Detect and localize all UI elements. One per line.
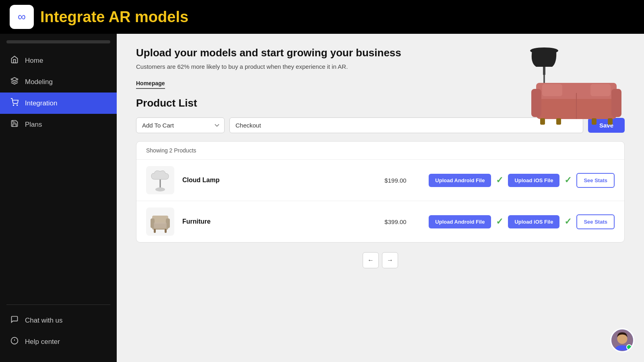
sidebar-label-help: Help center [25, 338, 60, 346]
upload-android-btn-1[interactable]: Upload Android File [429, 174, 491, 187]
upload-ios-btn-2[interactable]: Upload iOS File [508, 215, 559, 228]
pagination: ← → [136, 252, 625, 268]
svg-rect-8 [531, 89, 541, 117]
table-row: Furniture $399.00 Upload Android File ✓ … [136, 201, 624, 242]
svg-rect-9 [611, 89, 621, 117]
modeling-icon [10, 77, 19, 87]
svg-rect-24 [165, 229, 167, 233]
hero-section: Upload your models and start growing you… [136, 47, 625, 70]
product-thumb-1 [146, 166, 174, 194]
plans-icon [10, 119, 19, 130]
chat-avatar[interactable] [610, 328, 634, 352]
sidebar-top-bar [6, 40, 110, 43]
svg-point-0 [13, 105, 14, 106]
product-name-2: Furniture [182, 218, 376, 225]
main-content: Upload your models and start growing you… [117, 34, 644, 362]
cloud-lamp-image [149, 167, 171, 193]
products-header: Showing 2 Products [136, 142, 624, 160]
sidebar-label-chat: Chat with us [25, 317, 63, 325]
sidebar-nav: Home Modeling Integration Plans [0, 50, 117, 300]
android-check-1: ✓ [496, 175, 503, 185]
products-table: Showing 2 Products Cloud Lamp $199.00 [136, 141, 625, 243]
svg-point-18 [155, 187, 165, 191]
sidebar-item-plans[interactable]: Plans [0, 114, 117, 135]
see-stats-btn-2[interactable]: See Stats [576, 214, 615, 229]
next-icon: → [387, 257, 393, 264]
sidebar-item-chat[interactable]: Chat with us [0, 310, 117, 331]
title-highlight: AR models [109, 8, 188, 25]
svg-rect-15 [592, 118, 597, 125]
sidebar-label-plans: Plans [25, 121, 42, 129]
home-icon [10, 56, 19, 66]
sidebar-label-integration: Integration [25, 99, 57, 107]
sidebar-bottom: Chat with us Help center [0, 310, 117, 359]
product-actions-1: Upload Android File ✓ Upload iOS File ✓ … [429, 173, 615, 188]
logo-icon: ∞ [18, 10, 26, 23]
showing-count: Showing 2 Products [146, 147, 196, 154]
sidebar-item-integration[interactable]: Integration [0, 93, 117, 114]
svg-rect-23 [154, 229, 156, 233]
integration-icon [10, 98, 19, 108]
next-page-button[interactable]: → [382, 252, 398, 268]
svg-rect-25 [154, 222, 167, 228]
sofa-illustration [528, 71, 625, 127]
see-stats-btn-1[interactable]: See Stats [576, 173, 615, 188]
product-actions-2: Upload Android File ✓ Upload iOS File ✓ … [429, 214, 615, 229]
logo: ∞ [10, 5, 34, 29]
upload-ios-btn-1[interactable]: Upload iOS File [508, 174, 559, 187]
furniture-image [148, 210, 172, 234]
top-header: ∞ Integrate AR models [0, 0, 644, 34]
action-dropdown[interactable]: Add To Cart Buy Now Wishlist [136, 117, 225, 133]
android-check-2: ✓ [496, 216, 503, 227]
content-inner: Upload your models and start growing you… [117, 34, 644, 284]
prev-page-button[interactable]: ← [363, 252, 379, 268]
product-price-1: $199.00 [384, 177, 421, 184]
svg-rect-14 [556, 118, 561, 125]
sidebar-label-home: Home [25, 57, 43, 65]
upload-android-btn-2[interactable]: Upload Android File [429, 215, 491, 228]
sidebar-item-home[interactable]: Home [0, 50, 117, 71]
ios-check-1: ✓ [564, 175, 572, 185]
main-layout: Home Modeling Integration Plans [0, 34, 644, 362]
page-title: Integrate AR models [40, 8, 188, 26]
svg-rect-11 [542, 84, 562, 96]
title-prefix: Integrate [40, 8, 109, 25]
product-name-1: Cloud Lamp [182, 177, 376, 184]
chat-icon [10, 315, 19, 325]
sidebar: Home Modeling Integration Plans [0, 34, 117, 362]
help-icon [10, 337, 19, 347]
svg-point-1 [17, 105, 18, 106]
product-price-2: $399.00 [384, 218, 421, 225]
sidebar-divider [6, 304, 110, 305]
svg-rect-13 [540, 118, 545, 125]
tab-homepage[interactable]: Homepage [136, 80, 165, 89]
ios-check-2: ✓ [564, 216, 572, 227]
sidebar-label-modeling: Modeling [25, 78, 53, 86]
hero-image [512, 39, 625, 127]
sidebar-item-modeling[interactable]: Modeling [0, 71, 117, 93]
product-thumb-2 [146, 208, 174, 236]
sidebar-item-help[interactable]: Help center [0, 331, 117, 352]
online-indicator [626, 344, 632, 350]
svg-rect-16 [608, 118, 613, 125]
table-row: Cloud Lamp $199.00 Upload Android File ✓… [136, 160, 624, 201]
prev-icon: ← [367, 257, 374, 264]
svg-rect-12 [590, 84, 611, 96]
